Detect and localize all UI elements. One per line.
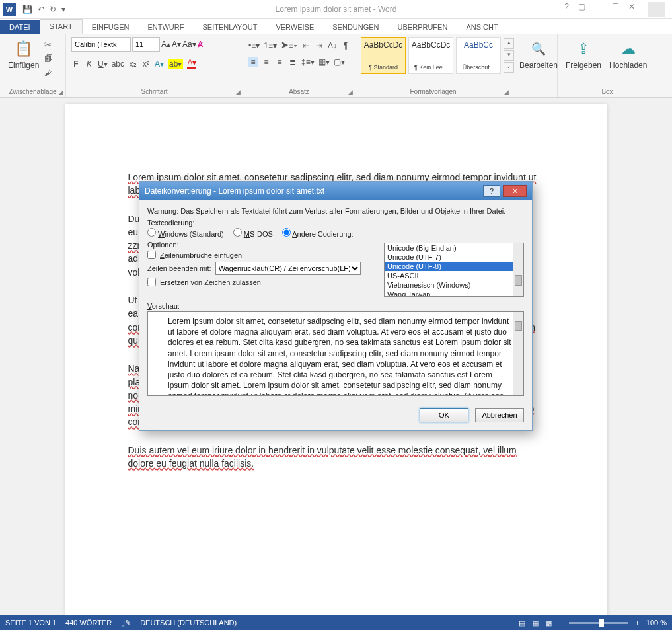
cancel-button[interactable]: Abbrechen [475,408,524,422]
enc-wang[interactable]: Wang Taiwan [385,290,523,297]
radio-windows[interactable]: Windows (Standard) [147,228,224,238]
dialog-warning: Warnung: Das Speichern als Textdatei füh… [147,207,524,215]
enc-utf8[interactable]: Unicode (UTF-8) [385,262,523,271]
file-conversion-dialog: Dateikonvertierung - Lorem ipsum dolor s… [139,181,533,431]
enc-utf7[interactable]: Unicode (UTF-7) [385,253,523,262]
line-end-label: Zeilen beenden mit: [147,264,211,272]
preview-label: Vorschau: [147,302,524,310]
radio-msdos[interactable]: MS-DOS [233,228,273,238]
preview-text: Lorem ipsum dolor sit amet, consetetur s… [168,317,511,396]
radio-other[interactable]: Andere Codierung: [282,228,354,238]
encoding-radios: Windows (Standard) MS-DOS Andere Codieru… [147,228,524,238]
dialog-title: Dateikonvertierung - Lorem ipsum dolor s… [145,186,324,196]
encoding-list[interactable]: Unicode (Big-Endian) Unicode (UTF-7) Uni… [384,243,524,297]
line-end-select[interactable]: Wagenrücklauf(CR) / Zeilenvorschub(LF) [215,262,361,275]
enc-big-endian[interactable]: Unicode (Big-Endian) [385,243,523,253]
dialog-backdrop: Dateikonvertierung - Lorem ipsum dolor s… [0,0,672,630]
preview-box: Lorem ipsum dolor sit amet, consetetur s… [147,311,524,396]
dialog-buttons: OK Abbrechen [139,403,532,430]
preview-scrollbar[interactable] [513,312,523,395]
ok-button[interactable]: OK [420,408,468,422]
dialog-titlebar[interactable]: Dateikonvertierung - Lorem ipsum dolor s… [139,182,532,200]
enc-vietnamese[interactable]: Vietnamesisch (Windows) [385,280,523,290]
dialog-body: Warnung: Das Speichern als Textdatei füh… [139,200,532,403]
textcoding-label: Textcodierung: [147,219,524,227]
enc-ascii[interactable]: US-ASCII [385,271,523,280]
encoding-scrollbar[interactable] [513,243,523,296]
dialog-close-icon[interactable]: ✕ [503,185,527,197]
dialog-help-icon[interactable]: ? [483,185,500,197]
